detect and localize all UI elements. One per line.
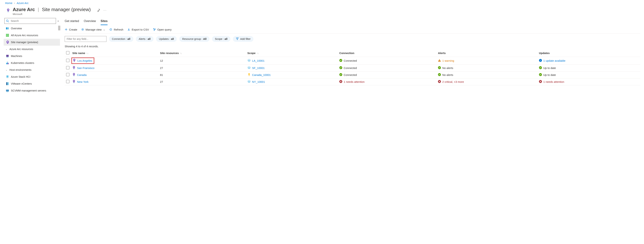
site-resources-value: 27 [160,66,163,69]
sidebar-item[interactable]: Overview [4,25,60,32]
sidebar-item[interactable]: Azure Stack HCI [4,73,60,80]
tab[interactable]: Overview [84,18,96,25]
manage-view-button[interactable]: Manage view ⌄ [81,28,105,31]
tabs: Get startedOverviewSites [65,18,640,25]
row-checkbox[interactable] [66,59,70,62]
connection-status[interactable]: Connected [344,73,357,76]
sidebar-search-input[interactable] [10,19,54,23]
status-icon [539,73,542,77]
connection-status[interactable]: 1 needs attention [344,80,364,83]
col-site-name[interactable]: Site name↑↓ [71,49,158,57]
title-separator: | [38,7,40,12]
refresh-icon [109,28,112,31]
filter-pill[interactable]: Connection : all [109,36,133,42]
manage-view-label: Manage view [86,28,102,31]
add-filter-icon [236,37,239,41]
refresh-button[interactable]: Refresh [109,28,123,31]
add-filter-button[interactable]: Add filter [233,36,254,42]
pin-icon [72,66,76,70]
main-panel: Get startedOverviewSites Create Manage v… [60,17,644,89]
row-checkbox[interactable] [66,80,70,83]
sidebar-item[interactable]: All Azure Arc resources [4,32,60,39]
machine-icon [6,54,9,58]
arc-pin-icon [5,7,11,14]
site-resources-value: 27 [160,80,163,83]
col-scope[interactable]: Scope↑↓ [246,49,338,57]
page-subtitle: Site manager (preview) [42,7,91,12]
sidebar-group-label: Azure Arc resources [10,48,33,51]
sidebar-item[interactable]: VMware vCenters [4,80,60,87]
scope-link[interactable]: LA_10001 [252,59,264,62]
key-icon [248,73,251,77]
breadcrumb-current[interactable]: Azure Arc [17,2,28,5]
alerts-status[interactable]: No alerts [442,66,453,69]
chevron-down-icon: ⌄ [5,48,8,50]
table-row: Canada 81 Canada_10001 Connected No aler… [65,71,640,78]
status-icon [339,66,342,70]
updates-status[interactable]: 1 update available [543,59,566,62]
sidebar-item-label: All Azure Arc resources [11,34,38,37]
export-csv-button[interactable]: Export to CSV [127,28,149,31]
status-icon [539,80,542,83]
add-filter-label: Add filter [240,38,250,40]
tab[interactable]: Get started [65,18,79,25]
records-count: Showing 4 to 4 of 4 records. [65,43,640,49]
tab[interactable]: Sites [101,18,108,25]
sidebar-group[interactable]: ⌄Host environments [4,66,60,73]
select-all-checkbox[interactable] [66,51,70,54]
sort-icon: ↑↓ [180,52,182,55]
sidebar-item[interactable]: Machines [4,53,60,60]
filter-pill[interactable]: Updates : all [156,36,177,42]
sidebar-item-label: VMware vCenters [11,82,32,85]
status-icon [339,80,342,83]
sidebar-group[interactable]: ⌄Azure Arc resources [4,46,60,53]
updates-status[interactable]: Up to date [543,66,556,69]
command-bar: Create Manage view ⌄ Refresh Export to C… [65,25,640,34]
stack-icon [6,75,9,78]
provider-label: Microsoft [13,13,107,16]
scope-link[interactable]: Canada_10001 [252,73,271,76]
sidebar-item[interactable]: SCVMM management servers [4,87,60,94]
filter-pill[interactable]: Resource group : All [179,36,210,42]
filter-pill[interactable]: Scope : all [212,36,230,42]
alerts-status[interactable]: 2 critical, +3 more [442,80,464,83]
site-name-link[interactable]: New York [77,80,88,83]
connection-status[interactable]: Connected [344,59,357,62]
filter-pill-value: all [127,38,130,40]
col-connection[interactable]: Connection [338,49,436,57]
site-name-link[interactable]: Los Angeles [78,59,92,62]
alerts-status[interactable]: No alerts [442,73,453,76]
breadcrumb-home[interactable]: Home [5,2,12,5]
row-checkbox[interactable] [66,73,70,76]
alerts-status[interactable]: 1 warning [442,59,454,62]
site-name-link[interactable]: Canada [77,73,87,76]
col-alerts[interactable]: Alerts [436,49,538,57]
scope-link[interactable]: SF_10001 [252,66,265,69]
col-site-resources[interactable]: Site resources↑↓ [158,49,246,57]
updates-status[interactable]: 1 needs attention [543,80,564,83]
more-button[interactable]: ··· [103,9,107,12]
query-icon [153,28,156,31]
svg-point-38 [82,29,83,30]
filter-input[interactable] [65,36,106,42]
create-button[interactable]: Create [65,28,77,31]
filter-pill-value: all [224,38,228,40]
pin-button[interactable] [97,9,100,12]
page-header: Azure Arc | Site manager (preview) ··· M… [0,6,644,17]
filter-pill-key: Scope : [215,38,224,40]
sidebar-collapse-button[interactable]: « [58,20,59,22]
sidebar-item[interactable]: Site manager (preview) [4,39,60,46]
sidebar-item[interactable]: Kubernetes clusters [4,60,60,66]
row-checkbox[interactable] [66,66,70,69]
site-name-link[interactable]: San Fransisco [77,66,94,69]
open-query-button[interactable]: Open query [153,28,172,31]
filter-pill[interactable]: Alerts : all [136,36,154,42]
connection-status[interactable]: Connected [344,66,357,69]
sidebar-search[interactable] [4,18,56,24]
cube-icon [248,80,251,84]
scope-link[interactable]: NY_10001 [252,80,265,83]
sidebar-item-label: Machines [11,55,22,58]
col-updates[interactable]: Updates [538,49,640,57]
updates-status[interactable]: Up to date [543,73,556,76]
sidebar-group-label: Host environments [10,68,32,71]
